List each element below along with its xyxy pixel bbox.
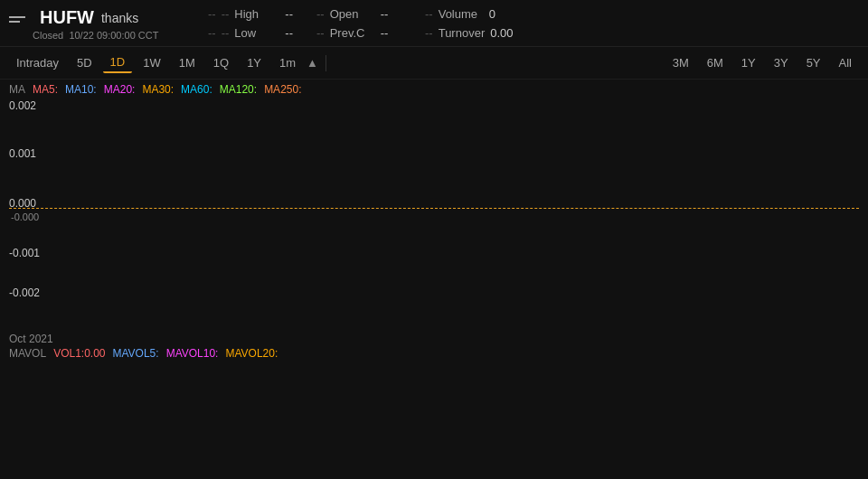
- stat-row-turnover: -- Turnover 0.00: [425, 26, 588, 40]
- ma30-label: MA30:: [142, 83, 174, 96]
- high-dash1: --: [208, 7, 216, 21]
- tab-1y-right[interactable]: 1Y: [734, 53, 763, 72]
- prevc-label: Prev.C: [330, 26, 375, 40]
- y-axis-bottom: -0.002: [9, 286, 40, 299]
- volume-value: 0: [489, 7, 495, 21]
- ma250-label: MA250:: [264, 83, 301, 96]
- mavol1-label: VOL1:0.00: [53, 347, 105, 360]
- candle-icon[interactable]: ▲: [307, 56, 318, 70]
- ma60-label: MA60:: [181, 83, 212, 96]
- toolbar: Intraday 5D 1D 1W 1M 1Q 1Y 1m ▲ 3M 6M 1Y…: [0, 47, 868, 80]
- title-row: HUFW thanks: [9, 7, 208, 28]
- ma-base-label: MA: [9, 83, 25, 96]
- mavol-base-label: MAVOL: [9, 347, 46, 360]
- open-value: --: [381, 7, 389, 21]
- menu-icon[interactable]: [9, 16, 25, 23]
- ma20-label: MA20:: [104, 83, 136, 96]
- status-datetime: 10/22 09:00:00 CCT: [69, 30, 158, 41]
- mavol10-label: MAVOL10:: [166, 347, 219, 360]
- stat-group-volume: -- Volume 0 -- Turnover 0.00: [425, 7, 588, 40]
- y-axis-top: 0.002: [9, 99, 36, 112]
- status-text: Closed: [33, 30, 63, 41]
- chart-area: MA MA5: MA10: MA20: MA30: MA60: MA120: M…: [0, 80, 868, 333]
- tab-1min[interactable]: 1m: [272, 53, 303, 72]
- prevc-value: --: [381, 26, 389, 40]
- tab-intraday[interactable]: Intraday: [9, 53, 66, 72]
- zero-line: [9, 208, 859, 209]
- volume-area: Oct 2021 MAVOL VOL1:0.00 MAVOL5: MAVOL10…: [0, 333, 868, 405]
- mavol-labels: MAVOL VOL1:0.00 MAVOL5: MAVOL10: MAVOL20…: [9, 347, 859, 360]
- header: HUFW thanks Closed 10/22 09:00:00 CCT --…: [0, 0, 868, 47]
- y-axis-mid-top: 0.001: [9, 147, 36, 160]
- tab-3m[interactable]: 3M: [665, 53, 696, 72]
- toolbar-separator: [326, 55, 326, 71]
- ma10-label: MA10:: [65, 83, 97, 96]
- volume-label: Volume: [439, 7, 484, 21]
- high-dash2: --: [222, 7, 230, 21]
- y-axis-mid-bot: -0.001: [9, 247, 40, 259]
- low-dash2: --: [222, 26, 230, 40]
- ma-labels: MA MA5: MA10: MA20: MA30: MA60: MA120: M…: [9, 83, 859, 96]
- low-value: --: [285, 26, 293, 40]
- mavol20-label: MAVOL20:: [225, 347, 278, 360]
- open-label: Open: [330, 7, 375, 21]
- date-label: Oct 2021: [9, 333, 859, 345]
- high-label: High: [234, 7, 279, 21]
- stat-row-volume: -- Volume 0: [425, 7, 588, 21]
- tab-1q[interactable]: 1Q: [206, 53, 236, 72]
- header-stats: -- -- High -- -- -- Low -- -- Open -- --…: [208, 7, 859, 40]
- ma5-label: MA5:: [33, 83, 58, 96]
- stat-group-open: -- Open -- -- Prev.C --: [316, 7, 425, 40]
- tab-1m[interactable]: 1M: [172, 53, 203, 72]
- high-value: --: [285, 7, 293, 21]
- stat-row-high: -- -- High --: [208, 7, 316, 21]
- stat-group-highlow: -- -- High -- -- -- Low --: [208, 7, 316, 40]
- prevc-dash: --: [316, 26, 325, 40]
- turnover-dash: --: [425, 26, 433, 40]
- zero-below-label: -0.000: [11, 211, 39, 222]
- tab-3y[interactable]: 3Y: [767, 53, 796, 72]
- volume-dash: --: [425, 7, 433, 21]
- stock-name: thanks: [101, 11, 138, 25]
- stat-row-low: -- -- Low --: [208, 26, 316, 40]
- chart-canvas: 0.002 0.001 0.000 -0.001 -0.002 -0.000: [9, 99, 859, 307]
- open-dash: --: [316, 7, 325, 21]
- tab-1d[interactable]: 1D: [103, 52, 133, 73]
- tab-all[interactable]: All: [832, 53, 859, 72]
- stock-ticker: HUFW: [40, 7, 94, 28]
- header-left: HUFW thanks Closed 10/22 09:00:00 CCT: [9, 7, 208, 41]
- turnover-value: 0.00: [490, 26, 513, 40]
- stat-row-prevc: -- Prev.C --: [316, 26, 425, 40]
- mavol5-label: MAVOL5:: [113, 347, 159, 360]
- tab-1y[interactable]: 1Y: [240, 53, 269, 72]
- tab-1w[interactable]: 1W: [136, 53, 168, 72]
- toolbar-right: 3M 6M 1Y 3Y 5Y All: [665, 53, 859, 72]
- ma120-label: MA120:: [220, 83, 257, 96]
- stock-status: Closed 10/22 09:00:00 CCT: [33, 30, 208, 41]
- turnover-label: Turnover: [439, 26, 486, 40]
- tab-6m[interactable]: 6M: [700, 53, 731, 72]
- tab-5y[interactable]: 5Y: [799, 53, 828, 72]
- stat-row-open: -- Open --: [316, 7, 425, 21]
- tab-5d[interactable]: 5D: [70, 53, 99, 72]
- low-dash1: --: [208, 26, 216, 40]
- low-label: Low: [234, 26, 279, 40]
